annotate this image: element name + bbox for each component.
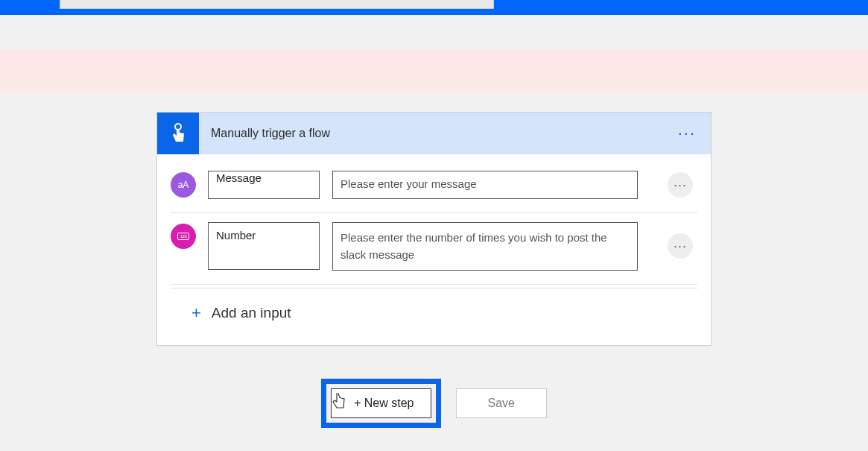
flow-canvas: Manually trigger a flow ··· aA Message P…: [0, 15, 868, 428]
manual-trigger-icon: [157, 113, 199, 154]
svg-point-0: [175, 124, 181, 130]
input-description-field[interactable]: Please enter the number of times you wis…: [332, 222, 638, 271]
trigger-header[interactable]: Manually trigger a flow ···: [157, 113, 711, 154]
add-input-label: Add an input: [212, 305, 291, 321]
number-type-icon: 123: [171, 224, 196, 249]
plus-icon: +: [191, 303, 201, 323]
input-name-field[interactable]: Message: [208, 171, 320, 199]
trigger-card: Manually trigger a flow ··· aA Message P…: [156, 112, 712, 346]
input-description-field[interactable]: Please enter your message: [332, 171, 638, 199]
add-input-button[interactable]: + Add an input: [171, 288, 697, 341]
app-top-bar: [0, 0, 868, 15]
footer-actions: + New step Save: [0, 379, 868, 428]
trigger-menu-button[interactable]: ···: [678, 113, 696, 154]
input-name-field[interactable]: Number: [208, 222, 320, 270]
save-button[interactable]: Save: [456, 388, 547, 418]
input-row: aA Message Please enter your message ···: [171, 162, 697, 213]
trigger-title: Manually trigger a flow: [199, 127, 330, 140]
input-menu-button[interactable]: ···: [668, 172, 693, 198]
trigger-body: aA Message Please enter your message ···…: [157, 154, 711, 345]
text-type-icon: aA: [171, 172, 196, 198]
input-menu-button[interactable]: ···: [668, 233, 693, 259]
top-search-bar[interactable]: [60, 0, 494, 9]
input-row: 123 Number Please enter the number of ti…: [171, 213, 697, 285]
new-step-button[interactable]: + New step: [331, 388, 431, 418]
new-step-highlight: + New step: [321, 379, 440, 428]
